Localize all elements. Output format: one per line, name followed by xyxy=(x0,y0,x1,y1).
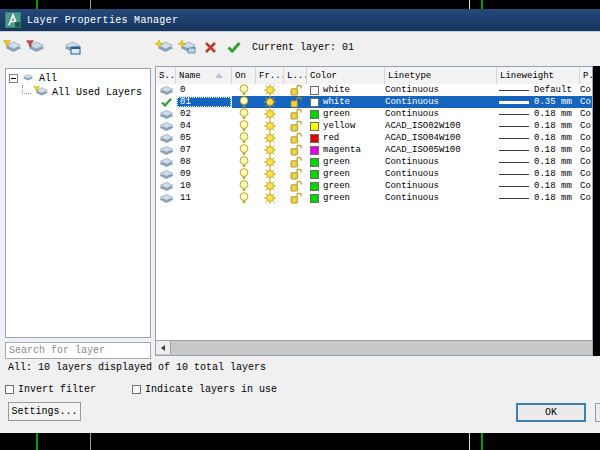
color-swatch[interactable] xyxy=(310,122,319,131)
color-swatch[interactable] xyxy=(310,98,319,107)
lineweight-cell[interactable]: 0.18 mm xyxy=(497,120,580,132)
freeze-toggle-cell[interactable] xyxy=(256,120,284,132)
lineweight-cell[interactable]: 0.18 mm xyxy=(497,168,580,180)
new-layer-icon[interactable] xyxy=(155,39,174,56)
unlocked-padlock-icon[interactable] xyxy=(290,192,302,204)
new-group-filter-icon[interactable] xyxy=(26,39,45,56)
layer-row-05[interactable]: 05 redACAD_ISO04W1000.18 mmCo xyxy=(156,132,592,144)
color-swatch[interactable] xyxy=(310,86,319,95)
color-cell[interactable]: white xyxy=(307,84,385,96)
column-header-s[interactable]: S.. xyxy=(156,67,176,84)
on-toggle-cell[interactable] xyxy=(232,156,256,168)
bulb-on-icon[interactable] xyxy=(239,180,249,192)
lock-toggle-cell[interactable] xyxy=(284,168,307,180)
color-cell[interactable]: green xyxy=(307,156,385,168)
bulb-on-icon[interactable] xyxy=(239,132,249,144)
bulb-on-icon[interactable] xyxy=(239,168,249,180)
bulb-on-icon[interactable] xyxy=(239,156,249,168)
indicate-layers-option[interactable]: Indicate layers in use xyxy=(132,384,277,395)
color-swatch[interactable] xyxy=(310,170,319,179)
bulb-on-icon[interactable] xyxy=(239,120,249,132)
on-toggle-cell[interactable] xyxy=(232,180,256,192)
color-cell[interactable]: green xyxy=(307,168,385,180)
layer-row-02[interactable]: 02 greenContinuous0.18 mmCo xyxy=(156,108,592,120)
sun-thawed-icon[interactable] xyxy=(264,132,276,144)
layer-name-cell[interactable]: 10 xyxy=(176,180,232,192)
column-header-l[interactable]: L... xyxy=(284,67,307,84)
layer-name-cell[interactable]: 07 xyxy=(176,144,232,156)
unlocked-padlock-icon[interactable] xyxy=(290,96,302,108)
linetype-cell[interactable]: Continuous xyxy=(385,156,497,168)
invert-filter-option[interactable]: Invert filter xyxy=(5,384,96,395)
horizontal-scrollbar[interactable] xyxy=(156,340,592,355)
color-cell[interactable]: green xyxy=(307,180,385,192)
bulb-on-icon[interactable] xyxy=(239,192,249,204)
layer-name-cell[interactable]: 01 xyxy=(176,96,232,108)
lock-toggle-cell[interactable] xyxy=(284,108,307,120)
linetype-cell[interactable]: Continuous xyxy=(385,84,497,96)
settings-button[interactable]: Settings... xyxy=(8,402,81,421)
freeze-toggle-cell[interactable] xyxy=(256,108,284,120)
unlocked-padlock-icon[interactable] xyxy=(290,156,302,168)
ok-button[interactable]: OK xyxy=(516,403,586,422)
dialog-titlebar[interactable]: Layer Properties Manager xyxy=(0,9,600,32)
plot-style-cell[interactable]: Co xyxy=(580,96,592,108)
plot-style-cell[interactable]: Co xyxy=(580,120,592,132)
lock-toggle-cell[interactable] xyxy=(284,84,307,96)
plot-style-cell[interactable]: Co xyxy=(580,168,592,180)
column-header-p[interactable]: P... xyxy=(580,67,593,84)
plot-style-cell[interactable]: Co xyxy=(580,84,592,96)
unlocked-padlock-icon[interactable] xyxy=(290,180,302,192)
freeze-toggle-cell[interactable] xyxy=(256,156,284,168)
lock-toggle-cell[interactable] xyxy=(284,96,307,108)
on-toggle-cell[interactable] xyxy=(232,120,256,132)
sun-thawed-icon[interactable] xyxy=(264,108,276,120)
linetype-cell[interactable]: Continuous xyxy=(385,192,497,204)
freeze-toggle-cell[interactable] xyxy=(256,168,284,180)
lock-toggle-cell[interactable] xyxy=(284,156,307,168)
sun-thawed-icon[interactable] xyxy=(264,156,276,168)
plot-style-cell[interactable]: Co xyxy=(580,180,592,192)
plot-style-cell[interactable]: Co xyxy=(580,156,592,168)
color-cell[interactable]: magenta xyxy=(307,144,385,156)
unlocked-padlock-icon[interactable] xyxy=(290,144,302,156)
layer-row-07[interactable]: 07 magentaACAD_ISO05W1000.18 mmCo xyxy=(156,144,592,156)
unlocked-padlock-icon[interactable] xyxy=(290,108,302,120)
lock-toggle-cell[interactable] xyxy=(284,192,307,204)
bulb-on-icon[interactable] xyxy=(239,108,249,120)
invert-filter-checkbox[interactable] xyxy=(5,385,14,394)
color-swatch[interactable] xyxy=(310,134,319,143)
lineweight-cell[interactable]: 0.18 mm xyxy=(497,180,580,192)
scrollbar-track[interactable] xyxy=(171,341,592,355)
linetype-cell[interactable]: Continuous xyxy=(385,180,497,192)
color-swatch[interactable] xyxy=(310,146,319,155)
on-toggle-cell[interactable] xyxy=(232,96,256,108)
delete-layer-icon[interactable] xyxy=(201,39,220,56)
layer-row-11[interactable]: 11 greenContinuous0.18 mmCo xyxy=(156,192,592,204)
layer-name-cell[interactable]: 04 xyxy=(176,120,232,132)
scroll-left-button[interactable] xyxy=(156,341,171,354)
lineweight-cell[interactable]: 0.35 mm xyxy=(497,96,580,108)
color-cell[interactable]: yellow xyxy=(307,120,385,132)
layer-row-10[interactable]: 10 greenContinuous0.18 mmCo xyxy=(156,180,592,192)
lineweight-cell[interactable]: 0.18 mm xyxy=(497,144,580,156)
layer-name-cell[interactable]: 05 xyxy=(176,132,232,144)
sun-thawed-icon[interactable] xyxy=(264,144,276,156)
color-cell[interactable]: green xyxy=(307,192,385,204)
layer-name-cell[interactable]: 0 xyxy=(176,84,232,96)
set-current-layer-icon[interactable] xyxy=(224,39,243,56)
lineweight-cell[interactable]: 0.18 mm xyxy=(497,192,580,204)
sun-thawed-icon[interactable] xyxy=(264,120,276,132)
sun-thawed-icon[interactable] xyxy=(264,192,276,204)
freeze-toggle-cell[interactable] xyxy=(256,96,284,108)
new-property-filter-icon[interactable] xyxy=(3,39,22,56)
sun-thawed-icon[interactable] xyxy=(264,96,276,108)
filter-tree-item-all-used-layers[interactable]: All Used Layers xyxy=(9,85,150,99)
linetype-cell[interactable]: ACAD_ISO02W100 xyxy=(385,120,497,132)
freeze-toggle-cell[interactable] xyxy=(256,132,284,144)
column-header-name[interactable]: Name xyxy=(176,67,232,84)
on-toggle-cell[interactable] xyxy=(232,132,256,144)
cancel-button-fragment[interactable] xyxy=(595,403,600,422)
freeze-toggle-cell[interactable] xyxy=(256,144,284,156)
on-toggle-cell[interactable] xyxy=(232,108,256,120)
